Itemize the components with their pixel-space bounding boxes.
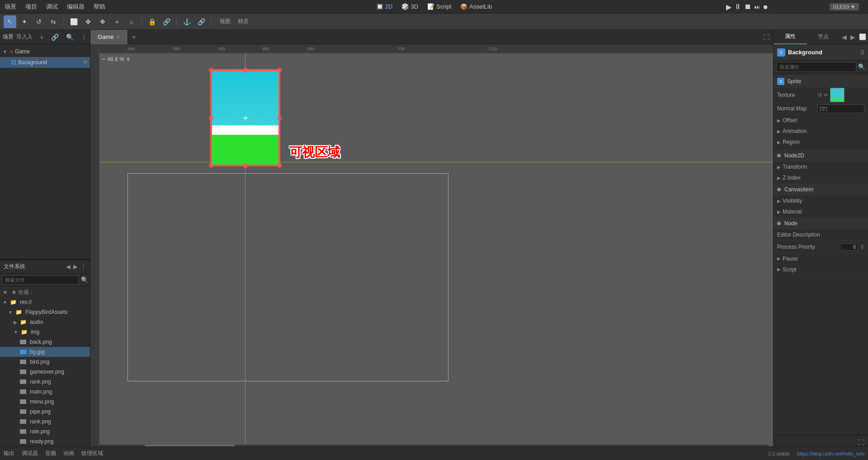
blog-url[interactable]: https://blog.csdn.net/hello_tuto (797, 451, 864, 456)
background-visibility-btn[interactable]: 👁 (83, 59, 88, 66)
texture-region-tab[interactable]: 纹理区域 (81, 450, 103, 457)
visibility-arrow[interactable]: ▶ (777, 199, 781, 204)
snap-btn[interactable]: 🔗 (195, 15, 208, 28)
offset-arrow[interactable]: ▶ (777, 118, 781, 123)
menu-item-debug[interactable]: 调试 (46, 3, 58, 11)
menu-item-project[interactable]: 项目 (25, 3, 37, 11)
add-tab-btn[interactable]: + (128, 33, 139, 41)
fs-item-bgjpg[interactable]: bg.jpg (0, 347, 90, 357)
mode-3d[interactable]: 🎲 3D (401, 3, 418, 10)
animation-arrow[interactable]: ▶ (777, 129, 781, 134)
scene-tree-item-game[interactable]: ▼ ○ Game (0, 46, 90, 57)
add-scene-btn[interactable]: + (40, 33, 43, 41)
rotate-tool[interactable]: ↺ (33, 15, 45, 28)
maximize-viewport-btn[interactable]: ⛶ (763, 33, 769, 41)
script-arrow[interactable]: ▶ (777, 267, 781, 272)
rect-tool[interactable]: ⬜ (67, 15, 80, 28)
bone-tool[interactable]: ✥ (96, 15, 109, 28)
pause-arrow[interactable]: ▶ (777, 256, 781, 261)
fs-item-backpng[interactable]: back.png (0, 337, 90, 347)
mode-script[interactable]: 📝 Script (427, 3, 451, 10)
pause-button[interactable]: ⏸ (734, 3, 741, 11)
handle-top-center[interactable] (243, 68, 248, 72)
texture-preview[interactable] (830, 88, 844, 102)
fs-item-mainpng[interactable]: main.png (0, 387, 90, 397)
fs-search-icon[interactable]: 🔍 (81, 276, 88, 283)
handle-top-right[interactable] (277, 68, 282, 72)
fs-item-menupng[interactable]: menu.png (0, 397, 90, 407)
handle-bot-left[interactable] (209, 163, 213, 168)
handle-bot-right[interactable] (277, 163, 282, 168)
fs-item-img[interactable]: ▼ 📁 img (0, 327, 90, 337)
anchor-btn[interactable]: ⚓ (180, 15, 193, 28)
link-btn[interactable]: 🔗 (51, 33, 59, 41)
connect-tool[interactable]: + (111, 15, 123, 28)
fs-search-input[interactable] (2, 275, 79, 285)
fs-right-btn[interactable]: ▶ (73, 263, 78, 270)
mode-2d[interactable]: 🔲 2D (376, 3, 393, 10)
debugger-tab[interactable]: 调试器 (22, 450, 38, 457)
tab-game[interactable]: Game ✕ (90, 30, 128, 44)
audio-tab[interactable]: 音频 (45, 450, 56, 457)
handle-bot-center[interactable] (243, 163, 248, 168)
nav-back-btn[interactable]: ◀ (840, 33, 849, 41)
animation-tab[interactable]: 动画 (63, 450, 74, 457)
menu-item-editor[interactable]: 编辑器 (67, 3, 85, 11)
fs-more-btn[interactable]: ⋮ (80, 263, 86, 270)
select-tool[interactable]: ↖ (4, 15, 16, 28)
view-dropdown[interactable]: 视图 (219, 15, 231, 28)
menu-item-scene[interactable]: 场景 (5, 3, 16, 11)
fs-item-birdpng[interactable]: bird.png (0, 357, 90, 367)
node-settings-btn[interactable]: S (860, 49, 864, 56)
import-label[interactable]: 导入入 (16, 33, 33, 41)
output-tab[interactable]: 输出 (4, 450, 14, 457)
debug-play-button[interactable]: ⏭ (754, 4, 760, 10)
stop-button[interactable]: ⏹ (744, 3, 751, 11)
menu-item-help[interactable]: 帮助 (94, 3, 105, 11)
texture-reset-icon[interactable]: ↺ (817, 92, 822, 98)
filter-scene-btn[interactable]: 🔍 (66, 33, 74, 41)
more-scene-btn[interactable]: ⋮ (81, 33, 87, 41)
process-priority-input[interactable] (840, 243, 858, 251)
record-button[interactable]: ⏺ (763, 4, 769, 10)
mode-assetlib[interactable]: 📦 AssetLib (460, 3, 492, 10)
nav-forward-btn[interactable]: ▶ (849, 33, 857, 41)
fs-item-readypng[interactable]: ready.png (0, 436, 90, 446)
inspector-maximize-btn[interactable]: ⛶ (858, 439, 864, 446)
transform-arrow[interactable]: ▶ (777, 165, 781, 170)
tab-nodes[interactable]: 节点 (807, 30, 840, 44)
tab-properties[interactable]: 属性 (774, 30, 807, 44)
nav-history-btn[interactable]: ⬜ (857, 33, 868, 40)
scale-tool[interactable]: ⇆ (47, 15, 60, 28)
play-button[interactable]: ▶ (726, 3, 731, 11)
handle-mid-right[interactable] (277, 116, 282, 120)
region-arrow[interactable]: ▶ (777, 140, 781, 145)
fs-item-ratepng[interactable]: rate.png (0, 427, 90, 436)
fs-left-btn[interactable]: ◀ (66, 263, 71, 270)
filter-input[interactable] (776, 62, 856, 72)
fs-item-rankpng[interactable]: rank.png (0, 377, 90, 387)
normalmap-dropdown[interactable]: [空] (817, 104, 864, 113)
background-sprite[interactable]: ✛ (210, 69, 280, 166)
fs-item-audio[interactable]: ▶ 📁 audio (0, 317, 90, 327)
process-priority-stepper[interactable]: ⇕ (860, 244, 864, 250)
fs-item-rankpng2[interactable]: rank.png (0, 417, 90, 427)
filter-search-icon[interactable]: 🔍 (858, 63, 865, 70)
zindex-arrow[interactable]: ▶ (777, 175, 781, 180)
handle-top-left[interactable] (209, 68, 213, 72)
zoom-out-btn[interactable]: − (101, 55, 105, 63)
group-btn[interactable]: 🔗 (160, 15, 173, 28)
material-arrow[interactable]: ▶ (777, 209, 781, 214)
handle-mid-left[interactable] (209, 116, 213, 120)
texture-edit-icon[interactable]: ✏ (824, 92, 828, 98)
snap-tool[interactable]: ✤ (82, 15, 94, 28)
fs-item-res[interactable]: ▼ 📁 res:// (0, 297, 90, 307)
viewport[interactable]: -500 -350 -350 500 500 735 1120 − 48.8 %… (90, 44, 773, 449)
move-tool[interactable]: ✦ (18, 15, 31, 28)
lock-btn[interactable]: 🔒 (146, 15, 158, 28)
gles-badge[interactable]: GLES3 ▼ (830, 3, 859, 10)
scene-tree-item-background[interactable]: 🖼 Background 👁 (0, 57, 90, 68)
jing-dropdown[interactable]: 精灵 (237, 15, 250, 28)
zoom-in-btn[interactable]: + (126, 55, 130, 63)
fs-item-flappybird[interactable]: ▼ 📁 FlappyBirdAssets (0, 307, 90, 317)
